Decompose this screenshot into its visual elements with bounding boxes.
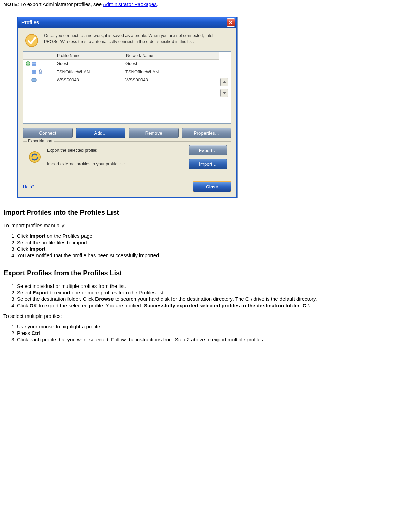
arrow-down-icon [222,91,226,95]
globe-icon [25,61,31,66]
svg-point-5 [32,70,34,72]
svg-point-3 [34,62,36,64]
connect-button[interactable]: Connect [23,128,73,138]
cell-profile: WSS00048 [55,77,123,83]
note-text-before: : To export Administrator profiles, see [18,1,103,7]
list-item: You are notified that the profile has be… [17,252,417,258]
list-item: Click Import on the Profiles page. [17,233,417,239]
check-icon [24,33,39,48]
list-item: Select Export to export one or more prof… [17,290,417,295]
list-item: Press Ctrl. [17,330,417,336]
close-button[interactable]: Close [193,181,231,192]
list-item[interactable]: Guest Guest [23,60,219,68]
titlebar: Profiles [18,17,236,28]
svg-point-2 [32,62,34,64]
export-label: Export the selected profile: [47,148,97,153]
list-item: Click OK to export the selected profile.… [17,303,417,308]
svg-point-6 [34,70,36,72]
export-import-group: Export/Import Export the selected profil… [23,141,231,173]
multiple-steps: Use your mouse to highlight a profile. P… [17,324,417,342]
move-up-button[interactable] [220,78,228,86]
add-button[interactable]: Add… [76,128,126,138]
users-icon [31,61,37,66]
list-item: Click Import. [17,246,417,252]
svg-rect-8 [39,72,42,74]
import-heading: Import Profiles into the Profiles List [3,208,417,216]
profiles-dialog: Profiles Once you connect to a network, … [17,17,237,198]
help-link[interactable]: Help? [23,184,34,189]
list-item[interactable]: WSS00048 WSS00048 [23,76,219,84]
list-item: Use your mouse to highlight a profile. [17,324,417,329]
cell-network: WSS00048 [123,77,219,83]
export-heading: Export Profiles from the Profiles List [3,269,417,277]
cell-profile: Guest [55,60,123,67]
profiles-listbox: Profile Name Network Name Guest Guest [23,51,231,124]
list-item[interactable]: TSNOfficeWLAN TSNOfficeWLAN [23,68,219,76]
remove-button[interactable]: Remove [129,128,179,138]
sync-icon [27,150,42,165]
move-down-button[interactable] [220,89,228,97]
export-button[interactable]: Export… [189,145,227,155]
svg-rect-7 [32,72,36,74]
header-network-name[interactable]: Network Name [124,52,219,59]
svg-rect-4 [32,64,36,66]
svg-rect-9 [32,78,36,82]
list-item: Click each profile that you want selecte… [17,337,417,342]
note-label: NOTE [3,1,18,7]
cell-network: TSNOfficeWLAN [123,68,219,75]
close-icon [228,20,233,25]
header-profile-name[interactable]: Profile Name [55,52,124,59]
arrow-up-icon [222,80,226,84]
svg-point-10 [29,152,40,162]
svg-point-0 [26,34,38,47]
note-line: NOTE: To export Administrator profiles, … [3,1,417,7]
cell-network: Guest [123,60,219,67]
users-icon [31,69,37,75]
import-button[interactable]: Import… [189,159,227,169]
properties-button[interactable]: Properties… [182,128,232,138]
admin-packages-link[interactable]: Administrator Packages [103,1,157,7]
list-item: Select the profile files to import. [17,239,417,245]
multiple-intro: To select multiple profiles: [3,313,417,319]
note-text-after: . [157,1,158,7]
export-steps: Select individual or multiple profiles f… [17,283,417,308]
export-import-legend: Export/Import [27,139,54,143]
column-headers: Profile Name Network Name [23,52,219,60]
lock-icon [38,69,43,75]
import-intro: To import profiles manually: [3,222,417,228]
card-icon [31,77,37,83]
intro-text: Once you connect to a network, it is sav… [44,33,230,45]
list-item: Select individual or multiple profiles f… [17,283,417,289]
import-steps: Click Import on the Profiles page. Selec… [17,233,417,258]
cell-profile: TSNOfficeWLAN [55,68,123,75]
window-title: Profiles [21,20,227,25]
import-label: Import external profiles to your profile… [47,161,125,166]
window-close-button[interactable] [227,18,235,27]
list-item: Select the destination folder. Click Bro… [17,296,417,302]
